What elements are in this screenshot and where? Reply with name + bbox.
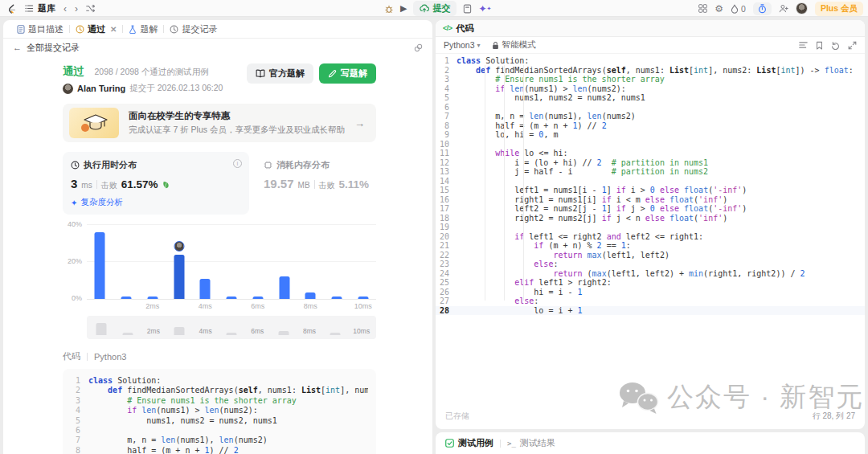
official-solution-button[interactable]: 官方题解 (247, 63, 313, 84)
format-code-icon[interactable] (799, 41, 808, 50)
memory-unit: MB (298, 181, 310, 190)
runtime-bar-0ms[interactable] (95, 232, 105, 299)
chevron-down-icon: ▾ (477, 42, 481, 49)
leetcode-logo[interactable] (6, 2, 17, 14)
promo-title: 面向在校学生的专享特惠 (129, 110, 345, 122)
minimap-tick-label: 8ms (303, 327, 316, 335)
tab-test-result[interactable]: >_ 测试结果 (507, 437, 555, 449)
prev-problem-icon[interactable]: ‹ (63, 4, 67, 14)
code-line: 26 hi = i - 1 (436, 288, 865, 297)
chart-minimap-brush[interactable]: 2ms4ms6ms8ms10ms (87, 316, 376, 339)
x-tick-label: 4ms (192, 302, 219, 310)
minimap-tick-label: 4ms (199, 327, 212, 335)
smart-mode-toggle[interactable]: 智能模式 (492, 39, 536, 51)
layout-grid-icon[interactable] (698, 4, 707, 13)
all-submissions-label[interactable]: 全部提交记录 (27, 42, 80, 54)
memory-card[interactable]: 消耗内存分布 19.57 MB 击败 5.11% (249, 152, 369, 215)
y-tick-label: 40% (63, 220, 82, 228)
language-label: Python3 (444, 40, 475, 50)
code-line: 1class Solution: (71, 376, 368, 386)
runtime-card[interactable]: 执行用时分布 i 3 ms 击败 61.57% ✦ 复杂度分析 (63, 152, 249, 215)
timer-button[interactable] (753, 2, 772, 15)
runtime-bar-4ms[interactable] (200, 279, 211, 299)
back-arrow-icon[interactable]: ← (13, 43, 22, 52)
tab-description[interactable]: 题目描述 (11, 23, 69, 35)
memory-chip-icon (264, 161, 272, 170)
document-icon (17, 25, 25, 34)
invite-user-icon[interactable] (779, 4, 788, 13)
runtime-bar-2ms[interactable] (147, 297, 158, 299)
notes-icon[interactable] (463, 4, 472, 14)
write-solution-button[interactable]: 写题解 (319, 63, 376, 84)
complexity-analysis-link[interactable]: ✦ 复杂度分析 (71, 197, 241, 208)
tab-description-label: 题目描述 (28, 23, 63, 35)
runtime-bar-3ms[interactable] (174, 255, 184, 299)
code-editor[interactable]: 1class Solution:2 def findMedianSortedAr… (436, 55, 865, 405)
code-line: 28 lo = i + 1 (436, 306, 865, 316)
cloud-upload-icon (420, 4, 429, 13)
console-panel: 测试用例 >_ 测试结果 (436, 432, 865, 454)
run-code-icon[interactable]: ▶ (400, 4, 407, 13)
runtime-title: 执行用时分布 (84, 159, 137, 171)
graduation-cap-image (69, 108, 119, 138)
code-line: 1class Solution: (436, 56, 865, 66)
ai-assistant-icon[interactable]: ✦✦ (478, 4, 491, 14)
code-editor-panel: </> 代码 Python3 ▾ 智能模式 (436, 20, 865, 429)
runtime-bar-6ms[interactable] (252, 297, 263, 299)
author-avatar[interactable] (63, 84, 73, 94)
code-line: 11 while lo <= hi: (436, 149, 865, 158)
chart-plot-area[interactable]: 0%20%40% (87, 226, 376, 300)
runtime-unit: ms (81, 181, 92, 190)
submit-button[interactable]: 提交 (413, 1, 457, 16)
runtime-bar-9ms[interactable] (331, 297, 342, 299)
close-tab-icon[interactable]: ✕ (110, 25, 117, 34)
runtime-beats-label: 击败 (101, 180, 117, 191)
tab-testcase[interactable]: 测试用例 (445, 437, 493, 449)
runtime-bar-7ms[interactable] (279, 276, 289, 299)
bookmark-icon[interactable] (816, 41, 823, 50)
code-line: 6 (71, 426, 368, 436)
code-line: 16 right1 = nums1[i] if i < m else float… (436, 195, 865, 205)
next-problem-icon[interactable]: › (75, 4, 78, 14)
code-line: 25 elif left1 > right2: (436, 278, 865, 288)
reset-code-icon[interactable] (831, 41, 840, 50)
streak-counter[interactable]: 0 (731, 4, 746, 14)
your-submission-marker[interactable] (174, 241, 184, 252)
author-name[interactable]: Alan Turing (77, 84, 125, 93)
language-selector[interactable]: Python3 ▾ (444, 40, 481, 50)
editor-tab-label[interactable]: 代码 (457, 22, 474, 35)
minimap-tick-label: 6ms (251, 327, 264, 335)
random-problem-icon[interactable] (86, 4, 95, 13)
code-line: 8 half = (m + n + 1) // 2 (436, 121, 865, 131)
smart-mode-label: 智能模式 (502, 39, 536, 51)
code-line: 9 lo, hi = 0, m (436, 130, 865, 140)
code-line: 5 nums1, nums2 = nums2, nums1 (436, 93, 865, 103)
tab-test-result-label: 测试结果 (520, 437, 555, 449)
runtime-bar-1ms[interactable] (121, 297, 132, 299)
flame-icon (731, 4, 739, 14)
settings-gear-icon[interactable]: ⚙ (714, 4, 723, 14)
plus-membership-badge[interactable]: Plus 会员 (815, 2, 863, 16)
memory-beats-value: 5.11% (339, 178, 370, 190)
user-avatar[interactable] (796, 2, 808, 14)
code-line: 8 half = (m + n + 1) // 2 (71, 446, 368, 454)
student-promo-banner[interactable]: 面向在校学生的专享特惠 完成认证享 7 折 Plus 会员，享受更多学业及职业成… (63, 104, 376, 142)
code-line: 18 right2 = nums2[j] if j < n else float… (436, 214, 865, 223)
runtime-bar-5ms[interactable] (227, 297, 237, 299)
info-icon[interactable]: i (233, 159, 242, 168)
runtime-bar-10ms[interactable] (358, 297, 368, 299)
back-row: ← 全部提交记录 (3, 39, 432, 56)
tab-submissions[interactable]: 提交记录 (164, 23, 223, 35)
code-line: 15 left1 = nums1[i - 1] if i > 0 else fl… (436, 186, 865, 195)
code-line: 20 if left1 <= right2 and left2 <= right… (436, 232, 865, 242)
copy-link-icon[interactable] (414, 43, 423, 52)
tab-solutions[interactable]: 题解 (123, 23, 163, 35)
debug-icon[interactable] (384, 4, 394, 14)
problem-list-icon (25, 4, 34, 13)
promo-arrow-icon[interactable]: → (354, 117, 365, 129)
problem-list-nav[interactable]: 题库 (25, 2, 55, 14)
fullscreen-icon[interactable] (848, 41, 857, 50)
runtime-bar-8ms[interactable] (305, 292, 316, 299)
x-tick-label: 2ms (139, 302, 166, 310)
tab-passed[interactable]: 通过 ✕ (70, 23, 122, 35)
